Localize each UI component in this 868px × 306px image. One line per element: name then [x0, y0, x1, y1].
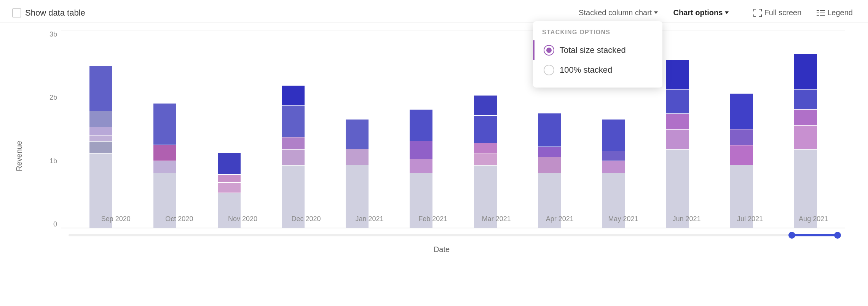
bar-segment-2-3 [218, 153, 241, 174]
bar-segment-7-3 [538, 113, 561, 147]
x-tick-5: Feb 2021 [401, 215, 465, 223]
bar-segment-9-1 [666, 130, 689, 149]
bar-group-3[interactable] [261, 30, 325, 228]
bar-5[interactable] [410, 110, 432, 228]
toolbar: Show data table Stacked column chart Cha… [0, 0, 868, 23]
legend-icon [817, 10, 825, 16]
x-tick-7: Apr 2021 [528, 215, 592, 223]
x-tick-3: Dec 2020 [274, 215, 338, 223]
bar-group-5[interactable] [389, 30, 453, 228]
y-tick-0: 0 [53, 220, 57, 228]
100-stacked-label: 100% stacked [560, 65, 612, 75]
bar-segment-0-2 [89, 135, 112, 141]
show-data-table-checkbox[interactable] [12, 8, 21, 18]
bar-segment-7-1 [538, 157, 561, 173]
bar-segment-4-1 [346, 149, 369, 165]
show-data-table-label: Show data table [25, 8, 85, 18]
y-tick-1b: 1b [49, 157, 57, 165]
bar-segment-9-4 [666, 60, 689, 89]
chart-area: Revenue 0 1b 2b 3b Sep 2020Oct 2020Nov 2… [0, 23, 868, 289]
bar-segment-8-3 [602, 120, 625, 151]
100-stacked-radio[interactable] [544, 65, 554, 75]
x-tick-4: Jan 2021 [338, 215, 401, 223]
chart-options-chevron-icon [725, 11, 729, 14]
bar-segment-1-2 [153, 145, 176, 161]
chart-type-label: Stacked column chart [579, 8, 652, 17]
bar-segment-3-1 [282, 150, 305, 165]
bar-segment-5-3 [410, 110, 432, 141]
y-tick-3b: 3b [49, 30, 57, 38]
bar-segment-10-1 [730, 145, 753, 165]
bar-1[interactable] [153, 104, 176, 228]
bar-8[interactable] [602, 120, 625, 228]
x-tick-8: May 2021 [592, 215, 655, 223]
bar-segment-11-3 [794, 90, 817, 109]
y-tick-2b: 2b [49, 94, 57, 102]
total-size-stacked-radio[interactable] [544, 45, 554, 56]
bar-group-1[interactable] [133, 30, 197, 228]
plot-area: Sep 2020Oct 2020Nov 2020Dec 2020Jan 2021… [61, 30, 845, 228]
bar-segment-7-2 [538, 147, 561, 157]
bar-segment-2-1 [218, 183, 241, 193]
bar-segment-5-1 [410, 159, 432, 173]
bar-4[interactable] [346, 120, 369, 228]
chart-options-button[interactable]: Chart options [670, 7, 732, 19]
bar-segment-6-1 [474, 153, 497, 165]
bar-segment-6-3 [474, 116, 497, 143]
100-stacked-option[interactable]: 100% stacked [533, 60, 662, 80]
bars-container [61, 30, 845, 228]
x-tick-2: Nov 2020 [211, 215, 274, 223]
bar-group-4[interactable] [325, 30, 389, 228]
bar-segment-11-2 [794, 110, 817, 125]
bar-segment-4-2 [346, 120, 369, 149]
bar-group-11[interactable] [774, 30, 838, 228]
x-axis: Sep 2020Oct 2020Nov 2020Dec 2020Jan 2021… [84, 213, 845, 228]
bar-10[interactable] [730, 94, 753, 228]
bar-segment-1-1 [153, 161, 176, 173]
x-axis-title: Date [38, 245, 845, 254]
toolbar-left: Show data table [12, 8, 85, 18]
bar-6[interactable] [474, 96, 497, 228]
toolbar-divider [741, 8, 741, 18]
bar-segment-0-5 [89, 66, 112, 111]
scrollbar-handle-right[interactable] [834, 232, 841, 239]
bar-segment-6-4 [474, 96, 497, 115]
bar-group-2[interactable] [197, 30, 261, 228]
y-axis-label: Revenue [15, 141, 24, 171]
bar-segment-9-3 [666, 90, 689, 113]
chart-options-dropdown: STACKING OPTIONS Total size stacked 100%… [533, 21, 662, 88]
scrollbar-area [61, 227, 845, 244]
bar-11[interactable] [794, 54, 817, 228]
bar-9[interactable] [666, 60, 689, 228]
fullscreen-button[interactable]: Full screen [750, 7, 804, 19]
chart-type-chevron-icon [654, 11, 658, 14]
bar-0[interactable] [89, 66, 112, 228]
bar-group-10[interactable] [710, 30, 774, 228]
bar-segment-8-2 [602, 151, 625, 161]
fullscreen-label: Full screen [764, 8, 801, 17]
legend-label: Legend [827, 8, 853, 17]
scrollbar-track[interactable] [69, 234, 838, 236]
bar-segment-10-2 [730, 129, 753, 145]
scrollbar-thumb[interactable] [792, 234, 838, 236]
x-tick-9: Jun 2021 [655, 215, 718, 223]
bar-group-6[interactable] [453, 30, 517, 228]
toolbar-right: Stacked column chart Chart options Full … [576, 7, 856, 19]
legend-button[interactable]: Legend [814, 7, 856, 19]
bar-segment-11-1 [794, 126, 817, 149]
total-size-stacked-option[interactable]: Total size stacked [533, 40, 662, 60]
bar-3[interactable] [282, 86, 305, 228]
bar-segment-3-4 [282, 86, 305, 105]
bar-segment-8-1 [602, 161, 625, 173]
scrollbar-handle-left[interactable] [788, 232, 795, 239]
fullscreen-icon [753, 9, 762, 17]
bar-segment-0-3 [89, 127, 112, 135]
bar-segment-2-2 [218, 175, 241, 182]
bar-7[interactable] [538, 113, 561, 228]
x-tick-10: Jul 2021 [718, 215, 782, 223]
chart-type-button[interactable]: Stacked column chart [576, 7, 661, 19]
bar-group-0[interactable] [69, 30, 133, 228]
bar-segment-0-1 [89, 142, 112, 153]
bar-segment-3-3 [282, 106, 305, 137]
bar-segment-3-2 [282, 137, 305, 149]
